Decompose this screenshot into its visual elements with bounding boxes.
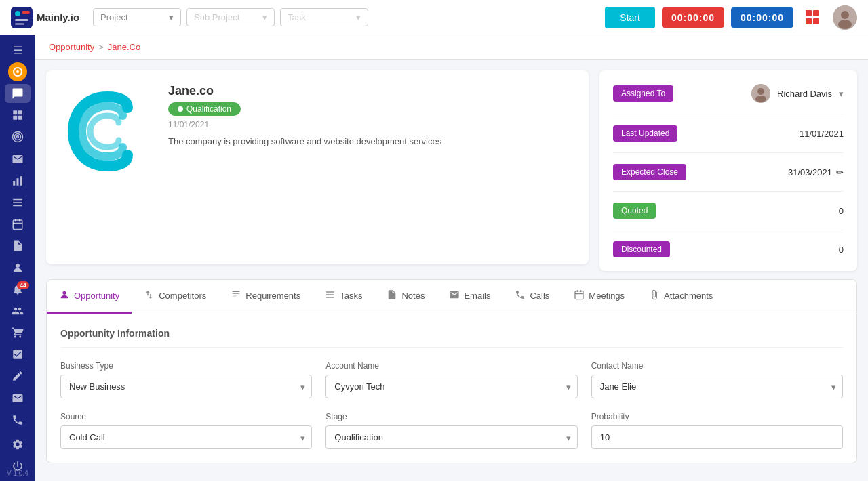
contact-name-select-wrapper[interactable]: Jane Elie [591,375,843,398]
stage-select-wrapper[interactable]: Qualification Proposal Closed Won Closed… [326,425,577,449]
stage-select[interactable]: Qualification Proposal Closed Won Closed… [326,425,577,449]
opportunity-panel: Opportunity Information Business Type Ne… [46,314,857,463]
tab-calls[interactable]: Calls [502,280,561,314]
sidebar-item-phone[interactable] [5,411,31,430]
tab-attachments-label: Attachments [664,291,713,301]
svg-rect-18 [17,178,19,186]
account-name-select[interactable]: Cyvyon Tech [326,375,577,398]
svg-rect-30 [326,294,334,295]
svg-point-28 [62,291,66,295]
contact-name-select[interactable]: Jane Elie [591,375,843,398]
sidebar-item-mail[interactable] [5,149,31,168]
business-type-select-wrapper[interactable]: New Business Existing Business [60,375,312,398]
tab-opportunity[interactable]: Opportunity [47,280,132,314]
svg-rect-13 [18,116,22,120]
top-section: Jane.co Qualification 11/01/2021 The com… [46,70,857,271]
probability-group: Probability [591,412,843,449]
content-area: Opportunity > Jane.Co [35,35,868,481]
probability-input[interactable] [591,425,843,449]
svg-rect-23 [13,220,22,230]
stage-label: Stage [326,412,577,421]
start-button[interactable]: Start [605,7,655,28]
business-type-label: Business Type [60,361,312,371]
card-area: Jane.co Qualification 11/01/2021 The com… [35,60,868,481]
svg-rect-31 [326,297,334,297]
project-label: Project [100,12,166,22]
sidebar-item-shop[interactable] [5,323,31,342]
sidebar-item-target[interactable] [5,127,31,146]
tab-emails[interactable]: Emails [437,280,502,314]
hamburger-menu[interactable]: ☰ [5,41,31,60]
timer-blue: 00:00:00 [731,7,793,28]
sidebar-item-dashboard[interactable] [5,106,31,125]
status-label: Qualification [186,104,231,114]
sidebar-item-chat[interactable] [5,84,31,103]
tab-notes[interactable]: Notes [374,280,437,314]
divider2 [613,152,844,153]
tab-requirements[interactable]: Requirements [218,280,313,314]
sidebar-item-badge[interactable] [5,258,31,277]
breadcrumb-current: Jane.Co [108,42,140,52]
project-select-wrapper[interactable]: Project ▾ [93,8,181,26]
user-avatar[interactable] [833,5,857,30]
company-header-card: Jane.co Qualification 11/01/2021 The com… [46,70,589,264]
task-label: Task [288,12,353,22]
company-info: Jane.co Qualification 11/01/2021 The com… [168,84,575,251]
tab-meetings[interactable]: Meetings [561,280,637,314]
sidebar-item-report[interactable] [5,236,31,255]
sidebar-item-group[interactable] [5,301,31,320]
task-select-wrapper[interactable]: Task ▾ [280,8,368,26]
sidebar-item-edit[interactable] [5,367,31,385]
sidebar-item-calendar[interactable] [5,215,31,234]
main-layout: ☰ [0,35,868,481]
svg-point-26 [757,88,764,95]
sidebar-item-email2[interactable] [5,389,31,408]
tab-attachments[interactable]: Attachments [637,280,725,314]
company-name: Jane.co [168,84,575,98]
sidebar-item-chart[interactable] [5,171,31,190]
tab-tasks[interactable]: Tasks [313,280,374,314]
sidebar-item-list[interactable] [5,193,31,212]
tab-competitors-label: Competitors [159,291,206,301]
edit-pencil-icon[interactable]: ✏ [836,167,844,177]
breadcrumb-parent[interactable]: Opportunity [49,42,94,52]
divider1 [613,114,844,114]
discounted-value: 0 [839,245,844,255]
app-name: Mainly.io [37,12,79,23]
sidebar-item-checklist[interactable] [5,345,31,364]
tab-notes-label: Notes [401,291,425,301]
company-logo [60,84,155,179]
grid-apps-icon[interactable] [806,10,821,25]
svg-rect-3 [15,19,28,21]
svg-rect-20 [13,198,22,200]
svg-rect-22 [13,205,22,206]
orange-dot-icon[interactable] [5,62,31,81]
tab-tasks-label: Tasks [340,291,362,301]
version-label: V 1.0.4 [7,469,28,477]
topbar: Mainly.io Project ▾ Sub Project ▾ Task ▾… [0,0,868,35]
last-updated-row: Last Updated 11/01/2021 [613,125,844,142]
account-name-select-wrapper[interactable]: Cyvyon Tech [326,375,577,398]
subproject-select-wrapper[interactable]: Sub Project ▾ [186,8,275,26]
svg-rect-0 [11,7,33,28]
source-select[interactable]: Cold Call Email Referral [60,425,312,449]
panel-title: Opportunity Information [60,328,843,348]
tab-competitors[interactable]: Competitors [132,280,218,314]
business-type-select[interactable]: New Business Existing Business [60,375,312,398]
svg-rect-29 [326,291,334,292]
tabs-bar: Opportunity Competitors Requirements [46,279,857,314]
svg-point-27 [755,96,766,102]
quoted-value: 0 [839,206,844,216]
svg-rect-32 [575,291,583,299]
subproject-chevron: ▾ [262,12,267,22]
svg-point-6 [841,11,849,19]
source-group: Source Cold Call Email Referral [60,412,312,449]
sidebar-item-notifications[interactable]: 44 [5,280,31,299]
settings-icon[interactable] [5,435,31,454]
source-select-wrapper[interactable]: Cold Call Email Referral [60,425,312,449]
probability-label: Probability [591,412,843,421]
assigned-chevron[interactable]: ▾ [839,89,844,99]
form-grid: Business Type New Business Existing Busi… [60,361,843,449]
discounted-label: Discounted [613,241,670,257]
tab-calls-label: Calls [530,291,549,301]
